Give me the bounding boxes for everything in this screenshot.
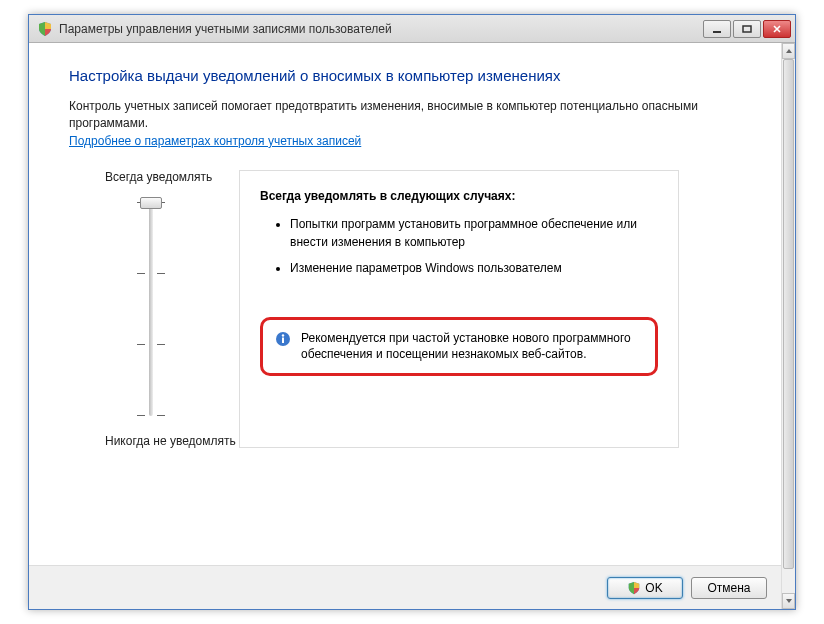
uac-slider[interactable]	[133, 194, 173, 424]
content-area: Настройка выдачи уведомлений о вносимых …	[29, 43, 781, 609]
uac-settings-window: Параметры управления учетными записями п…	[28, 14, 796, 610]
slider-top-label: Всегда уведомлять	[105, 170, 239, 184]
info-panel: Всегда уведомлять в следующих случаях: П…	[239, 170, 679, 448]
page-heading: Настройка выдачи уведомлений о вносимых …	[69, 67, 741, 84]
scroll-down-button[interactable]	[782, 593, 795, 609]
svg-rect-4	[282, 337, 284, 343]
window-controls	[703, 20, 791, 38]
recommendation-text: Рекомендуется при частой установке новог…	[301, 330, 643, 364]
shield-icon	[627, 581, 641, 595]
info-bullet: Изменение параметров Windows пользовател…	[290, 259, 658, 277]
svg-point-3	[282, 334, 284, 336]
minimize-button[interactable]	[703, 20, 731, 38]
info-bullet: Попытки программ установить программное …	[290, 215, 658, 251]
slider-thumb[interactable]	[140, 197, 162, 209]
recommendation-box: Рекомендуется при частой установке новог…	[260, 317, 658, 377]
vertical-scrollbar[interactable]	[781, 43, 795, 609]
slider-bottom-label: Никогда не уведомлять	[105, 434, 239, 448]
slider-track	[149, 202, 153, 416]
cancel-button[interactable]: Отмена	[691, 577, 767, 599]
close-button[interactable]	[763, 20, 791, 38]
scroll-up-button[interactable]	[782, 43, 795, 59]
ok-button[interactable]: OK	[607, 577, 683, 599]
scrollbar-thumb[interactable]	[783, 59, 794, 569]
slider-column: Всегда уведомлять Никогда не уведомлять	[69, 170, 239, 448]
help-link[interactable]: Подробнее о параметрах контроля учетных …	[69, 134, 361, 148]
info-panel-title: Всегда уведомлять в следующих случаях:	[260, 189, 658, 203]
titlebar[interactable]: Параметры управления учетными записями п…	[29, 15, 795, 43]
svg-rect-0	[713, 31, 721, 33]
info-bullet-list: Попытки программ установить программное …	[260, 215, 658, 277]
window-title: Параметры управления учетными записями п…	[59, 22, 703, 36]
slider-area: Всегда уведомлять Никогда не уведомлять …	[69, 170, 741, 448]
ok-button-label: OK	[645, 581, 662, 595]
svg-rect-1	[743, 26, 751, 32]
info-icon	[275, 331, 291, 347]
button-bar: OK Отмена	[29, 565, 781, 609]
page-description: Контроль учетных записей помогает предот…	[69, 98, 741, 132]
cancel-button-label: Отмена	[707, 581, 750, 595]
shield-icon	[37, 21, 53, 37]
maximize-button[interactable]	[733, 20, 761, 38]
